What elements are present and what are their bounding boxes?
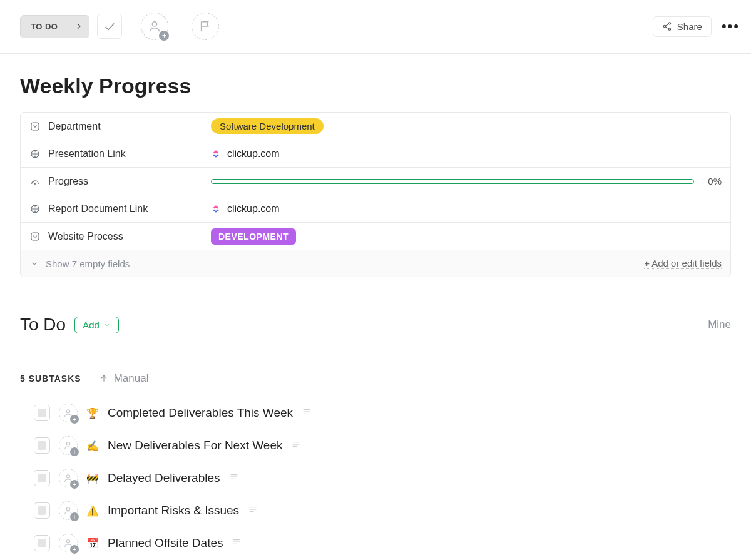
arrow-up-icon [99, 374, 109, 384]
field-row: Website Process DEVELOPMENT [21, 223, 730, 250]
link-text: clickup.com [227, 148, 280, 160]
caret-right-icon [74, 21, 84, 31]
field-label: Report Document Link [21, 197, 202, 221]
custom-fields-table: Department Software Development Presenta… [20, 112, 731, 277]
gauge-icon [30, 176, 40, 186]
field-row: Progress 0% [21, 168, 730, 195]
sort-mode-button[interactable]: Manual [99, 372, 149, 385]
task-title[interactable]: Weekly Progress [20, 74, 731, 98]
plus-badge-icon: + [70, 545, 79, 554]
svg-line-4 [665, 24, 668, 26]
assign-subtask-button[interactable]: + [59, 534, 78, 552]
svg-rect-11 [31, 233, 39, 240]
subtask-checkbox[interactable] [34, 405, 50, 421]
subtask-emoji: 📅 [86, 537, 99, 549]
divider [180, 15, 180, 38]
description-icon[interactable] [291, 439, 301, 452]
svg-point-0 [153, 22, 157, 26]
progress-bar[interactable] [211, 179, 694, 184]
field-label: Progress [21, 170, 202, 193]
field-name: Department [48, 121, 101, 132]
show-empty-fields-button[interactable]: Show 7 empty fields [46, 258, 130, 269]
subtask-emoji: ⚠️ [86, 505, 99, 517]
task-toolbar: TO DO + Share ••• [0, 0, 751, 54]
sort-mode-label: Manual [114, 372, 149, 385]
field-label: Presentation Link [21, 142, 202, 166]
complete-task-button[interactable] [97, 14, 122, 39]
flag-icon [198, 19, 212, 33]
plus-badge-icon: + [70, 480, 79, 489]
subtask-title[interactable]: Delayed Deliverables [108, 471, 220, 485]
subtasks-meta: 5 SUBTASKS Manual [20, 372, 731, 385]
field-value[interactable]: clickup.com [202, 198, 730, 220]
field-name: Report Document Link [48, 203, 148, 215]
chevron-down-icon [103, 321, 111, 328]
field-value[interactable]: Software Development [202, 113, 730, 139]
subtask-title[interactable]: Important Risks & Issues [108, 504, 239, 517]
add-edit-fields-button[interactable]: + Add or edit fields [644, 258, 722, 269]
progress-percent: 0% [702, 176, 722, 186]
subtask-row[interactable]: + 📅 Planned Offsite Dates [34, 534, 731, 552]
svg-line-9 [33, 181, 35, 184]
assign-subtask-button[interactable]: + [59, 469, 78, 487]
person-icon [148, 19, 161, 33]
subtask-checkbox[interactable] [34, 470, 50, 486]
department-pill: Software Development [211, 118, 324, 134]
subtask-row[interactable]: + 🚧 Delayed Deliverables [34, 469, 731, 487]
svg-point-1 [668, 23, 670, 24]
mine-filter-button[interactable]: Mine [708, 318, 731, 331]
subtask-checkbox[interactable] [34, 437, 50, 454]
share-icon [662, 21, 672, 31]
fields-footer: Show 7 empty fields + Add or edit fields [21, 250, 730, 277]
chevron-down-icon[interactable] [29, 258, 39, 268]
subtask-title[interactable]: Planned Offsite Dates [108, 536, 223, 550]
subtasks-count: 5 SUBTASKS [20, 374, 81, 384]
description-icon[interactable] [248, 504, 258, 517]
field-label: Department [21, 115, 202, 138]
subtask-title[interactable]: Completed Deliverables This Week [108, 406, 293, 420]
dropdown-icon [30, 121, 40, 131]
status-button-group: TO DO [20, 15, 89, 38]
subtask-emoji: 🚧 [86, 472, 99, 484]
svg-point-17 [66, 442, 69, 445]
add-assignee-button[interactable]: + [141, 13, 168, 40]
share-button-label: Share [677, 21, 702, 32]
assign-subtask-button[interactable]: + [59, 404, 78, 422]
field-label: Website Process [21, 225, 202, 248]
svg-point-3 [668, 28, 670, 30]
field-row: Report Document Link clickup.com [21, 195, 730, 223]
description-icon[interactable] [302, 407, 312, 419]
field-value[interactable]: 0% [202, 171, 730, 191]
subtask-row[interactable]: + ✍️ New Deliverables For Next Week [34, 436, 731, 455]
subtask-list: + 🏆 Completed Deliverables This Week + ✍… [20, 404, 731, 552]
svg-point-25 [66, 507, 69, 511]
field-name: Presentation Link [48, 148, 126, 160]
field-value[interactable]: DEVELOPMENT [202, 223, 730, 250]
subtask-row[interactable]: + ⚠️ Important Risks & Issues [34, 501, 731, 520]
field-value[interactable]: clickup.com [202, 143, 730, 165]
globe-icon [30, 149, 40, 159]
todo-section-header: To Do Add Mine [20, 315, 731, 335]
more-menu-button[interactable]: ••• [722, 18, 740, 34]
clickup-favicon-icon [211, 204, 221, 214]
field-row: Department Software Development [21, 113, 730, 140]
add-subtask-button[interactable]: Add [74, 317, 119, 333]
svg-line-5 [665, 27, 668, 29]
dropdown-icon [30, 232, 40, 242]
subtask-checkbox[interactable] [34, 502, 50, 519]
assign-subtask-button[interactable]: + [59, 436, 78, 455]
share-button[interactable]: Share [653, 16, 712, 37]
check-icon [103, 19, 116, 33]
status-button[interactable]: TO DO [21, 16, 68, 38]
subtask-checkbox[interactable] [34, 535, 50, 551]
field-row: Presentation Link clickup.com [21, 140, 730, 168]
set-priority-button[interactable] [192, 13, 219, 40]
status-caret-button[interactable] [68, 16, 89, 38]
plus-badge-icon: + [159, 31, 169, 41]
description-icon[interactable] [229, 472, 239, 484]
globe-icon [30, 204, 40, 214]
subtask-row[interactable]: + 🏆 Completed Deliverables This Week [34, 404, 731, 422]
description-icon[interactable] [232, 537, 242, 549]
subtask-title[interactable]: New Deliverables For Next Week [108, 439, 282, 452]
assign-subtask-button[interactable]: + [59, 501, 78, 520]
